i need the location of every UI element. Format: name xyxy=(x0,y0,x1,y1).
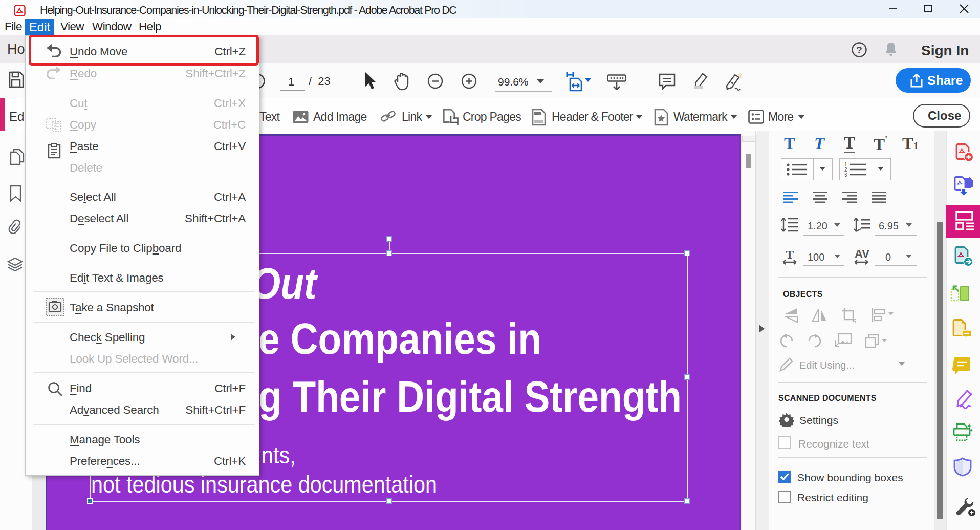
svg-text:AV: AV xyxy=(855,248,869,260)
svg-text:T: T xyxy=(786,248,794,261)
svg-text:3: 3 xyxy=(844,172,847,177)
svg-text:?: ? xyxy=(856,45,862,55)
